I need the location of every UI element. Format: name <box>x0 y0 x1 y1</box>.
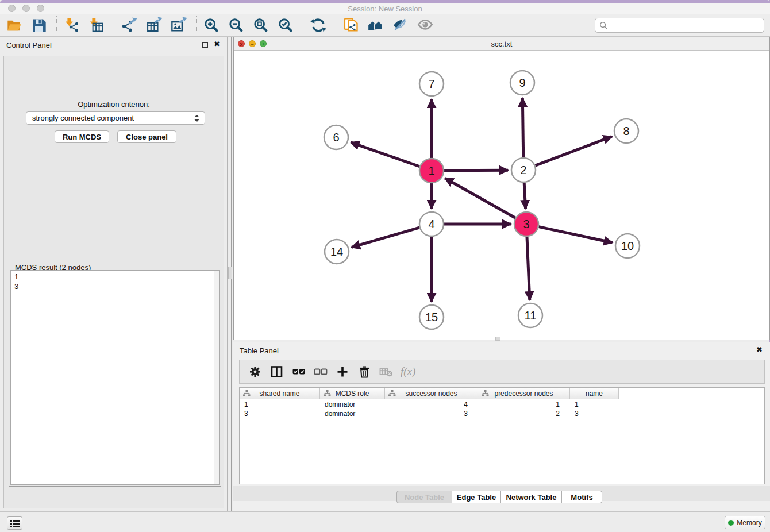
birds-eye-view-button[interactable] <box>415 16 435 35</box>
table-cell: 3 <box>385 409 478 418</box>
export-image-button[interactable] <box>169 16 188 35</box>
graph-node-4[interactable]: 4 <box>419 212 444 236</box>
save-session-button[interactable] <box>29 16 49 35</box>
svg-text:6: 6 <box>333 131 339 144</box>
delete-column-trash-icon <box>357 365 371 379</box>
graph-edge-1-6[interactable] <box>351 142 419 167</box>
table-cell: 4 <box>385 400 478 409</box>
search-box[interactable] <box>595 18 764 33</box>
column-header-successor-nodes[interactable]: successor nodes <box>385 388 478 399</box>
zoom-selected-button[interactable] <box>276 16 295 35</box>
deselect-all-checks-button[interactable] <box>312 363 329 380</box>
table-float-panel-icon[interactable] <box>745 348 750 353</box>
splitter-handle[interactable] <box>228 267 232 279</box>
graph-edge-3-10[interactable] <box>539 227 613 243</box>
hide-graphics-details-button[interactable] <box>391 16 410 35</box>
graph-edge-2-3[interactable] <box>524 183 525 209</box>
graph-edge-3-11[interactable] <box>527 237 530 300</box>
graph-edge-2-9[interactable] <box>522 98 523 157</box>
open-session-icon <box>6 17 22 33</box>
import-network-button[interactable] <box>62 16 82 35</box>
table-cell: 3 <box>570 409 619 418</box>
deselect-all-checks-icon <box>314 365 328 379</box>
memory-button[interactable]: Memory <box>725 516 765 529</box>
function-builder-fx-button[interactable]: f(x) <box>401 365 415 378</box>
graph-node-10[interactable]: 10 <box>615 234 640 258</box>
application-window: Session: New Session Control Panel ✖ Net… <box>0 0 770 532</box>
network-canvas[interactable]: 7968124314101511 <box>234 51 769 340</box>
graph-node-1[interactable]: 1 <box>419 159 444 183</box>
result-scrollbar[interactable] <box>214 271 219 484</box>
graph-node-7[interactable]: 7 <box>419 72 444 96</box>
column-header-name[interactable]: name <box>570 388 619 399</box>
search-input[interactable] <box>608 19 764 32</box>
column-visibility-button[interactable] <box>268 363 286 380</box>
table-cell: 1 <box>570 400 619 409</box>
graph-node-8[interactable]: 8 <box>614 119 638 143</box>
graph-node-6[interactable]: 6 <box>324 125 348 149</box>
column-header-predecessor-nodes[interactable]: predecessor nodes <box>478 388 570 399</box>
select-all-checks-button[interactable] <box>290 363 307 380</box>
memory-status-icon <box>728 520 734 526</box>
import-table-icon <box>88 17 105 33</box>
column-header-MCDS-role[interactable]: MCDS role <box>320 388 385 399</box>
table-cell: dominator <box>320 409 385 418</box>
graph-node-2[interactable]: 2 <box>511 158 536 182</box>
tab-network-table[interactable]: Network Table <box>501 491 562 503</box>
first-neighbors-icon <box>368 17 384 33</box>
open-session-button[interactable] <box>5 16 24 35</box>
import-table-button[interactable] <box>87 16 106 35</box>
column-header-shared-name[interactable]: shared name <box>240 388 320 399</box>
column-header-label: MCDS role <box>336 390 369 398</box>
delete-table-button[interactable] <box>378 363 395 380</box>
hierarchy-sort-icon <box>482 390 489 399</box>
tab-edge-table[interactable]: Edge Table <box>452 491 501 503</box>
tab-node-table[interactable]: Node Table <box>396 491 452 503</box>
network-window-title: scc.txt <box>234 40 769 48</box>
duplicate-network-button[interactable] <box>341 16 361 35</box>
hierarchy-sort-icon <box>243 390 251 399</box>
optimization-criterion-select[interactable]: strongly connected component <box>26 111 205 125</box>
first-neighbors-button[interactable] <box>366 16 386 35</box>
graph-node-11[interactable]: 11 <box>518 303 542 327</box>
zoom-out-icon <box>228 17 244 33</box>
optimization-criterion-label: Optimization criterion: <box>4 100 224 109</box>
zoom-in-button[interactable] <box>202 16 221 35</box>
export-table-button[interactable] <box>144 16 164 35</box>
zoom-out-button[interactable] <box>226 16 246 35</box>
duplicate-network-icon <box>343 17 359 33</box>
graph-node-9[interactable]: 9 <box>510 71 534 95</box>
delete-column-trash-button[interactable] <box>356 363 373 380</box>
table-close-panel-icon[interactable]: ✖ <box>756 345 763 354</box>
splitter-handle-horizontal[interactable] <box>495 337 500 341</box>
graph-node-3[interactable]: 3 <box>514 212 538 236</box>
export-network-button[interactable] <box>120 16 139 35</box>
apply-layout-refresh-button[interactable] <box>309 16 328 35</box>
graph-node-15[interactable]: 15 <box>419 305 444 329</box>
export-network-icon <box>121 17 137 33</box>
table-settings-gear-button[interactable] <box>247 363 264 380</box>
tab-motifs[interactable]: Motifs <box>562 491 602 503</box>
add-column-button[interactable] <box>334 363 351 380</box>
table-row[interactable]: 3dominator323 <box>240 409 764 418</box>
graph-node-14[interactable]: 14 <box>325 240 349 264</box>
table-cell: 2 <box>478 409 570 418</box>
table-row[interactable]: 1dominator411 <box>240 400 764 409</box>
network-window-titlebar[interactable]: x – + scc.txt <box>234 37 769 51</box>
table-cell: 1 <box>478 400 570 409</box>
mcds-result-text[interactable]: 1 3 <box>10 270 220 485</box>
zoom-fit-button[interactable] <box>251 16 271 35</box>
status-menu-button[interactable] <box>7 516 22 530</box>
close-panel-button[interactable]: Close panel <box>117 130 176 143</box>
close-panel-icon[interactable]: ✖ <box>214 40 220 48</box>
float-panel-icon[interactable] <box>202 42 208 48</box>
panel-splitter-vertical <box>228 37 233 511</box>
graph-edge-3-1[interactable] <box>445 178 515 218</box>
node-table-rows: 1dominator4113dominator323 <box>240 400 764 418</box>
table-panel: Table Panel ✖ f(x) shared nameMCDS roles… <box>233 342 770 511</box>
run-mcds-button[interactable]: Run MCDS <box>55 130 109 143</box>
hierarchy-sort-icon <box>388 390 396 399</box>
graph-edge-4-14[interactable] <box>352 228 419 247</box>
graph-edge-2-8[interactable] <box>536 137 612 166</box>
graph-edge-1-2[interactable] <box>444 170 508 171</box>
